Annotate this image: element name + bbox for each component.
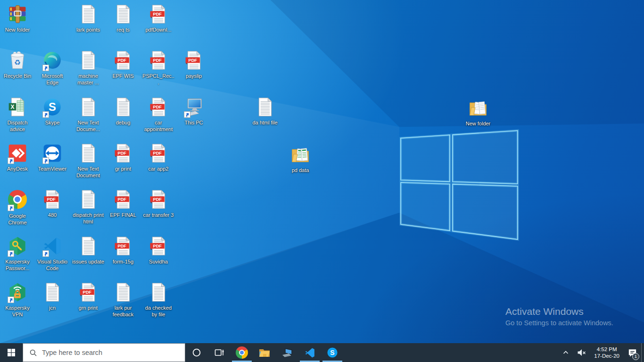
desktop-icon-pdfdownl[interactable]: PDF pdfDownl...	[140, 4, 177, 33]
desktop-icon-pspcl-rec[interactable]: PDF PSPCL_Rec...	[140, 50, 177, 86]
edge-icon	[41, 50, 63, 72]
desktop-icon-req-ts[interactable]: req ts	[104, 4, 142, 33]
desktop-icon-new-text-docume[interactable]: New Text Docume...	[69, 97, 107, 132]
shortcut-arrow-icon	[184, 111, 190, 118]
pdf-icon: PDF	[148, 97, 169, 118]
desktop-icon-label: AnyDesk	[1, 166, 34, 173]
pdf-icon: PDF	[112, 236, 134, 257]
desktop-icon-label: 480	[36, 212, 69, 219]
desktop-icon-pd-data[interactable]: pd data	[281, 144, 319, 174]
svg-text:PDF: PDF	[118, 151, 127, 156]
taskbar-file-explorer-button[interactable]	[253, 343, 276, 362]
search-input[interactable]	[37, 349, 185, 356]
desktop-icon-suvidha[interactable]: PDF Suvidha	[140, 236, 177, 265]
svg-text:PDF: PDF	[47, 197, 56, 202]
desktop-icon-car-transfer-3[interactable]: PDF car transfer 3	[140, 189, 177, 219]
desktop-icon-teamviewer[interactable]: TeamViewer	[33, 143, 71, 173]
desktop-icon-da-html-file[interactable]: da html file	[246, 97, 284, 126]
action-center-button[interactable]: 1	[624, 343, 641, 362]
desktop-icon-kaspersky-passwor[interactable]: Kaspersky Passwor...	[0, 236, 36, 272]
svg-text:PDF: PDF	[83, 290, 92, 295]
desktop-icon-car-appointment[interactable]: PDF car appointment	[140, 97, 177, 132]
desktop-icon-480[interactable]: PDF 480	[33, 189, 71, 219]
desktop-icon-jcn[interactable]: jcn	[33, 282, 71, 312]
desktop-icon-dispatch-print-html[interactable]: dispatch print html	[69, 189, 107, 225]
svg-text:S: S	[49, 100, 56, 113]
desktop-icon-label: car appointment	[142, 120, 175, 132]
pdf-icon: PDF	[183, 50, 205, 72]
desktop-icon-new-folder[interactable]: New folder	[0, 4, 36, 33]
desktop-icon-label: Suvidha	[142, 259, 175, 265]
desktop-icon-kaspersky-vpn[interactable]: Kaspersky VPN	[0, 282, 36, 318]
windows-logo-wallpaper	[395, 126, 521, 242]
watermark-subtitle: Go to Settings to activate Windows.	[505, 319, 613, 327]
tray-overflow-button[interactable]	[559, 343, 573, 362]
desktop-icon-lark-points[interactable]: lark points	[69, 4, 107, 33]
taskbar-laptop-button[interactable]	[276, 343, 298, 362]
file-explorer-icon	[258, 346, 271, 359]
show-desktop-button[interactable]	[641, 343, 644, 362]
desktop-icon-epf-final[interactable]: PDF EPF FINAL	[104, 189, 142, 219]
cortana-icon	[191, 347, 202, 358]
desktop-icon-gr-print[interactable]: PDF gr print	[104, 143, 142, 173]
desktop-icon-label: da checked by file	[142, 305, 175, 318]
desktop-icon-da-checked-by-file[interactable]: da checked by file	[140, 282, 177, 318]
desktop-icon-skype[interactable]: S Skype	[33, 97, 71, 126]
cortana-button[interactable]	[185, 343, 208, 362]
svg-text:PDF: PDF	[153, 197, 162, 202]
desktop-icon-google-chrome[interactable]: Google Chrome	[0, 189, 36, 226]
taskbar-apps: S	[231, 343, 344, 362]
pdf-icon: PDF	[77, 282, 99, 304]
desktop-icon-label: jcn	[36, 305, 69, 312]
desktop-icon-label: payslip	[177, 73, 210, 80]
shortcut-arrow-icon	[42, 65, 49, 71]
folderfiles-icon	[467, 98, 489, 119]
textdoc-icon	[254, 97, 276, 118]
desktop-icon-anydesk[interactable]: AnyDesk	[0, 143, 36, 173]
desktop-icon-recycle-bin[interactable]: ♻Recycle Bin	[0, 50, 36, 80]
taskbar: S 4:52 PM 17-Dec-20 1	[0, 343, 644, 362]
svg-text:PDF: PDF	[153, 105, 162, 109]
desktop-icon-label: car transfer 3	[142, 212, 175, 219]
desktop-icon-machine-master[interactable]: machine master ...	[69, 50, 107, 86]
desktop-icon-this-pc[interactable]: This PC	[175, 97, 213, 126]
desktop-icon-visual-studio-code[interactable]: Visual Studio Code	[33, 236, 71, 272]
desktop[interactable]: New folderlark pointsreq ts PDF pdfDownl…	[0, 0, 644, 343]
svg-text:PDF: PDF	[153, 58, 162, 63]
volume-button[interactable]	[573, 343, 590, 362]
start-button[interactable]	[0, 343, 23, 362]
pdf-icon: PDF	[112, 143, 134, 165]
desktop-icon-car-app2[interactable]: PDF car app2	[140, 143, 177, 173]
desktop-icon-label: gr print	[107, 166, 140, 173]
desktop-icon-grn-print[interactable]: PDF grn print	[69, 282, 107, 312]
desktop-icon-label: PSPCL_Rec...	[142, 73, 175, 86]
skype-icon: S	[41, 97, 63, 118]
desktop-icon-new-folder-2[interactable]: New folder	[459, 98, 497, 127]
taskbar-chrome-button[interactable]	[231, 343, 253, 362]
volume-muted-icon	[576, 347, 586, 358]
taskbar-vscode-button[interactable]	[298, 343, 321, 362]
desktop-icon-label: dispatch print html	[72, 212, 105, 225]
taskbar-skype-button[interactable]: S	[321, 343, 344, 362]
svg-text:PDF: PDF	[118, 244, 127, 248]
desktop-icon-new-text-document[interactable]: New Text Document	[69, 143, 107, 179]
desktop-icon-issues-update[interactable]: issues update	[69, 236, 107, 265]
desktop-icon-label: Recycle Bin	[1, 73, 34, 80]
desktop-icon-payslip[interactable]: PDF payslip	[175, 50, 213, 80]
chevron-up-icon	[562, 349, 570, 356]
clock[interactable]: 4:52 PM 17-Dec-20	[590, 343, 624, 362]
desktop-icon-dispatch-advice[interactable]: XDispatch advice	[0, 97, 36, 132]
pdf-icon: PDF	[148, 4, 169, 25]
desktop-icon-debug[interactable]: debug	[104, 97, 142, 126]
desktop-icon-epf-wis[interactable]: PDF EPF WIS	[104, 50, 142, 80]
folderdata-icon	[289, 144, 311, 166]
kasperskykey-icon	[7, 236, 28, 257]
search-box[interactable]	[23, 343, 185, 362]
svg-text:PDF: PDF	[118, 58, 127, 63]
task-view-button[interactable]	[208, 343, 231, 362]
svg-text:PDF: PDF	[118, 197, 127, 202]
desktop-icon-microsoft-edge[interactable]: Microsoft Edge	[33, 50, 71, 86]
textdoc-icon	[77, 189, 99, 211]
desktop-icon-form-15g[interactable]: PDF form-15g	[104, 236, 142, 265]
desktop-icon-lark-pur-feedback[interactable]: lark pur feedback	[104, 282, 142, 318]
